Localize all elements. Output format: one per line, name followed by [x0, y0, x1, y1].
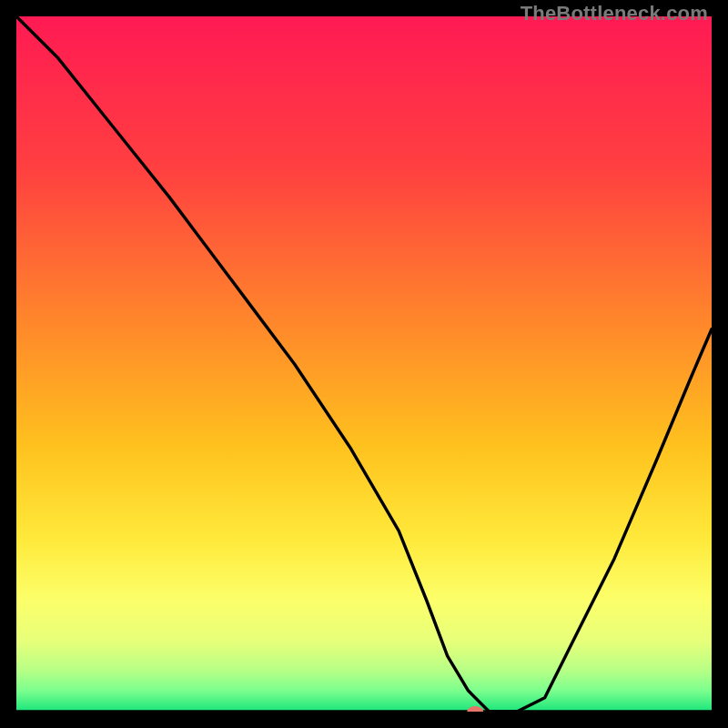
chart-plot-area — [16, 16, 712, 712]
chart-frame: TheBottleneck.com — [0, 0, 728, 728]
watermark-text: TheBottleneck.com — [521, 2, 708, 25]
chart-svg — [16, 16, 712, 712]
chart-background — [16, 16, 712, 712]
